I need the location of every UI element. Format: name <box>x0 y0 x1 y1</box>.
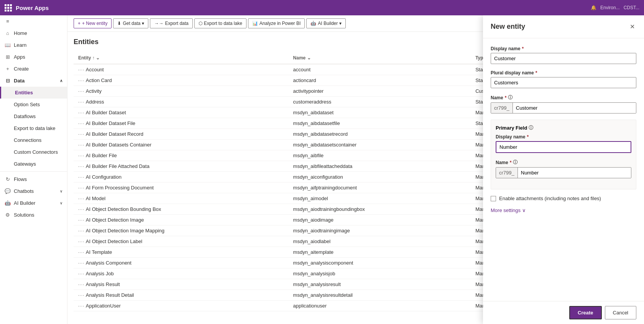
pf-name-input[interactable] <box>518 168 631 178</box>
cell-entity: ··· AI Form Processing Document <box>74 183 289 193</box>
row-dots[interactable]: ··· <box>78 206 85 212</box>
cell-entity: ··· AI Builder Dataset File <box>74 118 289 129</box>
row-dots[interactable]: ··· <box>78 110 85 115</box>
cell-name: msdyn_aitemplate <box>289 247 471 258</box>
cancel-button[interactable]: Cancel <box>605 306 636 319</box>
analyze-power-bi-button[interactable]: 📊 Analyze in Power BI <box>248 18 305 28</box>
hamburger-icon: ≡ <box>5 18 11 24</box>
sidebar-item-apps[interactable]: ⊞ Apps <box>0 51 67 63</box>
sidebar-item-label: Option Sets <box>14 102 40 107</box>
panel-close-button[interactable]: ✕ <box>628 21 636 32</box>
cell-entity: ··· Analysis Result Detail <box>74 290 289 301</box>
row-dots[interactable]: ··· <box>78 260 85 266</box>
cell-name: msdyn_aibfileattacheddata <box>289 161 471 172</box>
row-dots[interactable]: ··· <box>78 88 85 94</box>
sidebar-item-ai-builder[interactable]: 🤖 AI Builder ∨ <box>0 197 67 209</box>
name-info-icon[interactable]: ⓘ <box>508 94 513 101</box>
solutions-icon: ⚙ <box>5 212 11 218</box>
sidebar-item-label: Solutions <box>14 212 34 218</box>
notification-icon[interactable]: 🔔 <box>591 5 596 10</box>
topbar-right: 🔔 Environ... CDST... <box>591 5 639 10</box>
chatbots-expand-icon: ∨ <box>60 189 62 193</box>
ai-builder-button[interactable]: 🤖 AI Builder ▾ <box>306 18 346 28</box>
sidebar-hamburger[interactable]: ≡ <box>0 15 67 27</box>
col-entity[interactable]: Entity ↑ ⌄ <box>74 52 289 64</box>
cell-entity: ··· Analysis Job <box>74 268 289 279</box>
cell-name: msdyn_aiconfiguration <box>289 172 471 183</box>
sidebar-item-home[interactable]: ⌂ Home <box>0 27 67 39</box>
cell-name: account <box>289 64 471 75</box>
row-dots[interactable]: ··· <box>78 185 85 191</box>
sidebar-item-dataflows[interactable]: Dataflows <box>0 110 67 122</box>
cell-name: msdyn_aiodtrainingimage <box>289 225 471 236</box>
home-icon: ⌂ <box>5 30 11 36</box>
row-dots[interactable]: ··· <box>78 142 85 148</box>
sidebar-item-gateways[interactable]: Gateways <box>0 158 67 170</box>
row-dots[interactable]: ··· <box>78 217 85 223</box>
row-dots[interactable]: ··· <box>78 228 85 234</box>
row-dots[interactable]: ··· <box>78 67 85 72</box>
cell-entity: ··· AI Builder Datasets Container <box>74 140 289 150</box>
cell-name: msdyn_aibdataset <box>289 107 471 118</box>
row-dots[interactable]: ··· <box>78 174 85 180</box>
sidebar-item-connections[interactable]: Connections <box>0 134 67 146</box>
cell-entity: ··· AI Builder Dataset Record <box>74 129 289 140</box>
more-settings-button[interactable]: More settings ∨ <box>491 207 636 213</box>
row-dots[interactable]: ··· <box>78 238 85 244</box>
sidebar-item-option-sets[interactable]: Option Sets <box>0 99 67 110</box>
cell-entity: ··· Account <box>74 64 289 75</box>
cell-name: activitypointer <box>289 86 471 97</box>
panel-footer: Create Cancel <box>483 301 644 324</box>
row-dots[interactable]: ··· <box>78 303 85 309</box>
sidebar-item-create[interactable]: + Create <box>0 63 67 75</box>
enable-attachments-checkbox[interactable] <box>491 196 496 201</box>
col-name[interactable]: Name ⌄ <box>289 52 471 64</box>
data-expand-icon: ∧ <box>60 79 62 83</box>
get-data-button[interactable]: ⬇ Get data ▾ <box>113 18 148 28</box>
cell-entity: ··· AI Object Detection Label <box>74 236 289 247</box>
plural-display-name-input[interactable] <box>491 77 636 88</box>
cell-name: msdyn_analysisresultdetail <box>289 290 471 301</box>
ai-dropdown-icon: ▾ <box>339 21 342 26</box>
sidebar-item-learn[interactable]: 📖 Learn <box>0 39 67 51</box>
sidebar-item-solutions[interactable]: ⚙ Solutions <box>0 209 67 221</box>
export-data-lake-button[interactable]: ⬡ Export to data lake <box>194 18 246 28</box>
cell-name: msdyn_analysisresult <box>289 279 471 290</box>
row-dots[interactable]: ··· <box>78 271 85 276</box>
sidebar-item-label: Learn <box>14 42 26 48</box>
export-data-button[interactable]: →→ Export data <box>150 18 192 28</box>
sidebar-item-entities[interactable]: Entities <box>0 87 67 99</box>
create-button[interactable]: Create <box>569 306 601 319</box>
get-data-icon: ⬇ <box>117 21 121 26</box>
sidebar-item-label: Custom Connectors <box>14 149 58 155</box>
row-dots[interactable]: ··· <box>78 292 85 298</box>
flows-icon: ↻ <box>5 176 11 182</box>
row-dots[interactable]: ··· <box>78 281 85 287</box>
row-dots[interactable]: ··· <box>78 163 85 169</box>
sidebar-item-label: AI Builder <box>14 200 35 206</box>
display-name-input[interactable] <box>491 53 636 64</box>
name-input[interactable] <box>513 103 636 113</box>
sidebar-item-custom-connectors[interactable]: Custom Connectors <box>0 146 67 158</box>
sidebar-item-export-data-lake[interactable]: Export to data lake <box>0 122 67 134</box>
row-dots[interactable]: ··· <box>78 120 85 126</box>
new-entity-button[interactable]: + + New entity <box>74 18 112 28</box>
sidebar-item-chatbots[interactable]: 💬 Chatbots ∨ <box>0 185 67 197</box>
pf-name-info-icon[interactable]: ⓘ <box>513 159 518 166</box>
pf-display-name-input[interactable] <box>496 141 631 153</box>
row-dots[interactable]: ··· <box>78 131 85 137</box>
sidebar-item-flows[interactable]: ↻ Flows <box>0 173 67 185</box>
sidebar-item-data[interactable]: ⊟ Data ∧ <box>0 75 67 87</box>
primary-field-info-icon[interactable]: ⓘ <box>529 125 533 131</box>
row-dots[interactable]: ··· <box>78 196 85 201</box>
panel-body: Display name * Plural display name * Nam… <box>483 38 644 301</box>
required-star: * <box>510 160 512 165</box>
cell-entity: ··· Address <box>74 97 289 107</box>
sidebar-item-label: Gateways <box>14 161 36 167</box>
row-dots[interactable]: ··· <box>78 153 85 158</box>
primary-field-section: Primary Field ⓘ Display name * Name * ⓘ <box>491 120 636 189</box>
row-dots[interactable]: ··· <box>78 249 85 255</box>
row-dots[interactable]: ··· <box>78 99 85 105</box>
app-grid-icon[interactable] <box>5 4 12 12</box>
row-dots[interactable]: ··· <box>78 77 85 83</box>
